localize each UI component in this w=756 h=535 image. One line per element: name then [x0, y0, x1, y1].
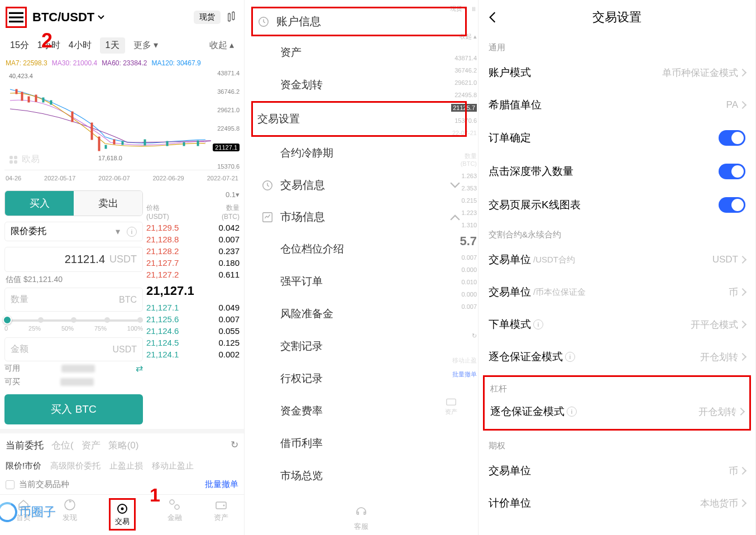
history-icon[interactable]: ↻: [231, 439, 238, 452]
menu-liquidation[interactable]: 强平订单: [256, 265, 467, 298]
menu-transfer[interactable]: 资金划转: [256, 69, 467, 101]
chart-settings-icon[interactable]: [226, 11, 238, 23]
bid-row[interactable]: 21,125.60.007: [146, 313, 240, 325]
market-pair-selector[interactable]: BTC/USDT: [32, 10, 105, 25]
menu-borrow[interactable]: 借币利率: [256, 427, 467, 460]
menu-fee[interactable]: 资金费率: [256, 395, 467, 427]
info-icon[interactable]: i: [533, 319, 543, 329]
order-type-selector[interactable]: 限价委托 ▾ i: [4, 222, 143, 241]
svg-rect-4: [28, 97, 30, 102]
chart-collapse[interactable]: 收起 ▴: [209, 40, 234, 51]
svg-rect-19: [9, 156, 13, 159]
buy-tab[interactable]: 买入: [5, 191, 74, 216]
chevron-right-icon: [739, 256, 747, 264]
nav-trade[interactable]: 交易: [109, 498, 136, 531]
tf-15m[interactable]: 15分: [10, 40, 29, 51]
kline-chart[interactable]: 40,423.4 17,618.0 43871.4 36746.2: [4, 70, 240, 170]
market-info-section[interactable]: 市场信息: [256, 201, 467, 233]
chevron-right-icon: [739, 69, 747, 77]
sell-tab[interactable]: 卖出: [74, 191, 142, 216]
depth-selector[interactable]: 0.1 ▾: [146, 190, 240, 199]
setting-account-mode[interactable]: 账户模式 单币种保证金模式: [479, 56, 755, 89]
ask-row[interactable]: 21,129.50.042: [146, 222, 240, 233]
setting-greek[interactable]: 希腊值单位 PA: [479, 89, 755, 121]
svg-rect-3: [21, 92, 23, 101]
compass-icon: [63, 498, 76, 512]
timeframe-selector: 15分 1小时 4小时 1天 更多 ▾ 收起 ▴: [0, 35, 244, 56]
setting-pricing-unit[interactable]: 计价单位 本地货币: [479, 487, 755, 519]
tf-4h[interactable]: 4小时: [69, 40, 92, 51]
buy-button[interactable]: 买入 BTC: [4, 394, 143, 424]
tab-positions[interactable]: 仓位(: [51, 439, 74, 452]
svg-point-27: [175, 505, 179, 509]
ask-row[interactable]: 21,128.80.007: [146, 233, 240, 245]
menu-tier[interactable]: 仓位档位介绍: [256, 233, 467, 265]
info-icon[interactable]: i: [127, 227, 137, 237]
chevron-right-icon: [739, 467, 747, 475]
menu-overview[interactable]: 市场总览: [256, 460, 467, 492]
trend-icon: [261, 211, 274, 223]
market-type-button[interactable]: 现货: [194, 11, 221, 24]
setting-trade-unit-coin[interactable]: 交易单位/币本位保证金 币: [479, 276, 755, 308]
ask-row[interactable]: 21,127.20.611: [146, 269, 240, 280]
nav-assets[interactable]: 资产: [214, 498, 228, 531]
setting-trade-unit-options[interactable]: 交易单位 币: [479, 455, 755, 487]
leverage-highlight-box: 杠杆 逐仓保证金模式i 开仓划转: [483, 375, 751, 431]
bid-row[interactable]: 21,124.50.125: [146, 337, 240, 348]
menu-button[interactable]: [6, 7, 27, 28]
order-form: 买入 卖出 限价委托 ▾ i 21121.4 USDT 估值 $21,121.4…: [4, 190, 143, 424]
section-general: 通用: [479, 35, 755, 56]
toggle-show-kline[interactable]: [719, 197, 745, 213]
bulk-cancel-button[interactable]: 批量撤单: [205, 479, 238, 490]
section-options: 期权: [479, 433, 755, 455]
current-pair-checkbox[interactable]: [6, 480, 15, 489]
svg-rect-21: [9, 160, 13, 164]
trade-icon: [116, 502, 129, 515]
ma30-label: MA30: 21000.4: [52, 59, 97, 67]
setting-isolated-futures[interactable]: 逐仓保证金模式i 开仓划转: [479, 341, 755, 373]
history-icon: [261, 179, 274, 192]
setting-order-mode[interactable]: 下单模式i 开平仓模式: [479, 308, 755, 341]
info-icon[interactable]: i: [565, 352, 575, 362]
subtab-sl[interactable]: 止盈止损: [109, 461, 143, 471]
bid-row[interactable]: 21,124.60.055: [146, 325, 240, 337]
tf-more[interactable]: 更多 ▾: [133, 40, 158, 51]
amount-input[interactable]: 金额 USDT: [4, 337, 143, 361]
toggle-depth-qty[interactable]: [719, 164, 745, 179]
menu-assets[interactable]: 资产: [256, 36, 467, 69]
trade-info-section[interactable]: 交易信息: [256, 169, 467, 201]
info-icon[interactable]: i: [567, 407, 577, 417]
buy-sell-tabs: 买入 卖出: [4, 190, 143, 216]
setting-show-kline: 交易页展示K线图表: [479, 188, 755, 222]
subtab-limit[interactable]: 限价!市价: [6, 461, 41, 471]
menu-trade-settings[interactable]: 交易设置: [251, 101, 467, 137]
account-info-section[interactable]: 账户信息: [251, 7, 467, 36]
menu-reserve[interactable]: 风险准备金: [256, 298, 467, 330]
tab-assets[interactable]: 资产: [82, 439, 101, 452]
bid-row[interactable]: 21,124.10.002: [146, 348, 240, 360]
ask-row[interactable]: 21,127.70.180: [146, 257, 240, 269]
order-tabs: 当前委托 仓位( 资产 策略(0) ↻: [0, 429, 244, 457]
tab-strategy[interactable]: 策略(0): [108, 439, 139, 452]
menu-cooling[interactable]: 合约冷静期: [256, 137, 467, 169]
toggle-order-confirm[interactable]: [719, 130, 745, 146]
orderbook: 0.1 ▾ 价格(USDT) 数量(BTC) 21,129.50.042 21,…: [146, 190, 240, 424]
tf-1d[interactable]: 1天: [100, 37, 125, 54]
menu-exercise[interactable]: 行权记录: [256, 362, 467, 395]
back-icon[interactable]: [485, 10, 500, 25]
menu-delivery[interactable]: 交割记录: [256, 330, 467, 362]
ask-row[interactable]: 21,128.20.237: [146, 245, 240, 257]
quantity-slider[interactable]: 0 25% 50% 75% 100%: [4, 319, 143, 332]
subtab-advanced[interactable]: 高级限价委托: [50, 461, 101, 471]
swap-icon[interactable]: ⇄: [136, 363, 143, 374]
side-menu-panel: 账户信息 资产 资金划转 交易设置 合约冷静期 交易信息 市场信息 仓位档位介绍…: [245, 0, 479, 535]
setting-trade-unit-usdt[interactable]: 交易单位/USDT合约 USDT: [479, 243, 755, 276]
setting-isolated-leverage[interactable]: 逐仓保证金模式i 开仓划转: [490, 398, 744, 426]
bid-row[interactable]: 21,127.10.049: [146, 302, 240, 313]
quantity-input[interactable]: 数量 BTC: [4, 288, 143, 312]
subtab-trailing[interactable]: 移动止盈止: [152, 461, 194, 471]
nav-finance[interactable]: 金融: [168, 498, 182, 531]
tab-current-orders[interactable]: 当前委托: [6, 439, 44, 452]
price-input[interactable]: 21121.4 USDT: [4, 247, 143, 272]
nav-discover[interactable]: 发现: [63, 498, 77, 531]
